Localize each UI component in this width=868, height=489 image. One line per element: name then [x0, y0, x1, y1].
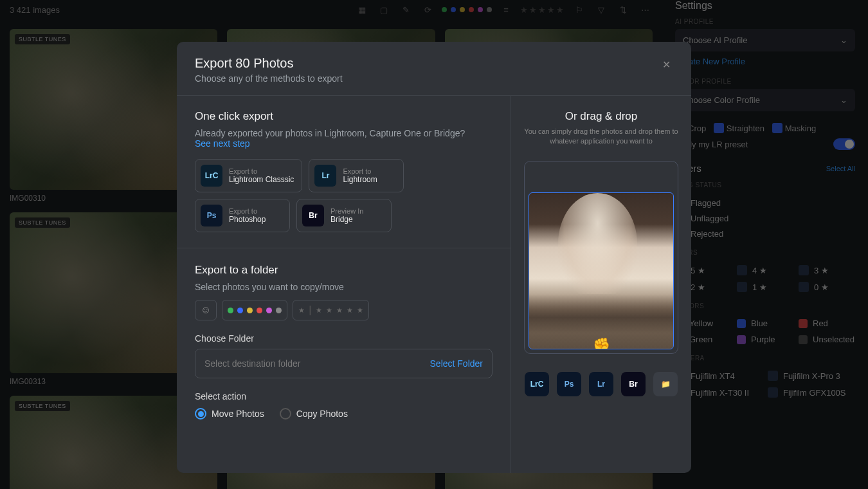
color-filter[interactable] — [222, 300, 287, 320]
drag-drop-sub: You can simply drag the photos and drop … — [524, 127, 678, 147]
one-click-sub: Already exported your photos in Lightroo… — [195, 128, 493, 149]
folder-sub: Select photos you want to copy/move — [195, 282, 493, 292]
preview-image[interactable]: ✊ — [529, 192, 674, 349]
drop-target-folder[interactable]: 📁 — [653, 372, 678, 396]
modal-subtitle: Choose any of the methods to export — [195, 73, 343, 84]
br-icon: Br — [302, 205, 324, 226]
choose-folder-label: Choose Folder — [195, 333, 493, 344]
see-next-step-link[interactable]: See next step — [195, 138, 250, 149]
color-dot — [257, 308, 262, 313]
grab-cursor-icon: ✊ — [593, 337, 610, 349]
modal-title: Export 80 Photos — [195, 56, 343, 71]
color-dot — [247, 308, 253, 313]
modal-overlay: Export 80 Photos Choose any of the metho… — [0, 0, 868, 489]
color-dot — [237, 308, 243, 313]
export-photoshop-button[interactable]: Ps Export toPhotoshop — [195, 199, 290, 232]
folder-placeholder: Select destination folder — [204, 358, 300, 369]
smile-filter[interactable]: ☺ — [195, 300, 217, 320]
color-dot — [266, 308, 272, 313]
drop-target-lrc[interactable]: LrC — [525, 372, 549, 396]
copy-photos-radio[interactable]: Copy Photos — [280, 408, 348, 420]
drop-target-br[interactable]: Br — [621, 372, 646, 396]
lr-icon: Lr — [314, 165, 336, 187]
color-dot — [276, 308, 282, 313]
export-lightroom-classsic-button[interactable]: LrC Export toLightroom Classsic — [195, 159, 302, 192]
select-folder-button[interactable]: Select Folder — [430, 358, 483, 369]
export-lightroom-button[interactable]: Lr Export toLightroom — [309, 159, 404, 192]
star-filter[interactable]: ★| ★★★★★ — [293, 300, 368, 320]
folder-title: Export to a folder — [195, 264, 493, 277]
drop-target-lr[interactable]: Lr — [589, 372, 613, 396]
color-dot — [228, 308, 233, 313]
drop-target-ps[interactable]: Ps — [557, 372, 581, 396]
close-button[interactable]: ✕ — [660, 56, 673, 73]
folder-input[interactable]: Select destination folder Select Folder — [195, 349, 493, 378]
lrc-icon: LrC — [201, 165, 222, 187]
ps-icon: Ps — [201, 205, 222, 226]
one-click-title: One click export — [195, 110, 493, 123]
dropzone[interactable]: ✊ — [524, 161, 678, 354]
move-photos-radio[interactable]: Move Photos — [195, 408, 264, 420]
export-bridge-button[interactable]: Br Preview InBridge — [296, 199, 392, 232]
export-modal: Export 80 Photos Choose any of the metho… — [177, 42, 691, 473]
select-action-label: Select action — [195, 391, 493, 401]
drag-drop-title: Or drag & drop — [524, 110, 678, 123]
